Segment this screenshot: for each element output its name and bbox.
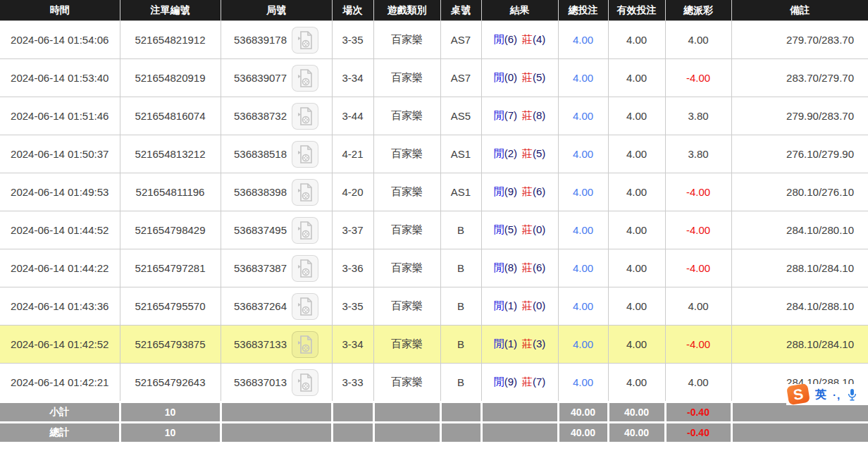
video-replay-button[interactable] bbox=[292, 65, 318, 92]
col-header-game-type: 遊戲類別 bbox=[373, 0, 440, 21]
bet-id-cell: 521654797281 bbox=[120, 249, 221, 287]
table-row[interactable]: 2024-06-14 01:50:37 521654813212 5368385… bbox=[0, 135, 868, 173]
subtotal-count: 10 bbox=[120, 402, 221, 423]
player-result-value: (1) bbox=[504, 338, 517, 349]
subtotal-label: 小計 bbox=[0, 402, 120, 423]
table-no-cell: B bbox=[440, 211, 481, 249]
player-result-label: 閒 bbox=[494, 147, 504, 159]
ime-language-toggle[interactable]: 英 bbox=[815, 388, 826, 402]
session-cell: 3-35 bbox=[332, 21, 373, 59]
bet-id-cell: 521654811196 bbox=[120, 173, 221, 211]
result-cell: 閒(0)莊(5) bbox=[481, 59, 558, 97]
player-result-value: (8) bbox=[504, 261, 517, 273]
table-row-highlighted[interactable]: 2024-06-14 01:42:52 521654793875 5368371… bbox=[0, 326, 868, 364]
table-no-cell: AS1 bbox=[440, 173, 481, 211]
video-replay-button[interactable] bbox=[292, 217, 318, 244]
banker-result-label: 莊 bbox=[522, 299, 533, 311]
col-header-total-bet: 總投注 bbox=[558, 0, 608, 21]
round-cell: 536837387 bbox=[221, 249, 332, 287]
player-result-label: 閒 bbox=[494, 185, 504, 197]
table-row[interactable]: 2024-06-14 01:49:53 521654811196 5368383… bbox=[0, 173, 868, 211]
player-result-value: (7) bbox=[504, 109, 517, 121]
total-label: 總計 bbox=[0, 423, 120, 443]
total-bet-cell: 4.00 bbox=[558, 326, 608, 364]
table-row[interactable]: 2024-06-14 01:54:06 521654821912 5368391… bbox=[0, 21, 868, 59]
col-header-payout: 總派彩 bbox=[665, 0, 731, 21]
video-file-icon bbox=[297, 373, 314, 392]
remark-cell: 284.10/288.10 bbox=[731, 287, 868, 326]
video-file-icon bbox=[297, 297, 314, 316]
table-row[interactable]: 2024-06-14 01:53:40 521654820919 5368390… bbox=[0, 59, 868, 97]
payout-cell: 4.00 bbox=[665, 287, 731, 326]
payout-cell: -4.00 bbox=[665, 173, 731, 211]
table-row[interactable]: 2024-06-14 01:44:52 521654798429 5368374… bbox=[0, 211, 868, 249]
video-replay-button[interactable] bbox=[292, 179, 318, 206]
player-result-value: (0) bbox=[504, 71, 517, 83]
round-id: 536837133 bbox=[234, 338, 287, 350]
col-header-bet-id: 注單編號 bbox=[120, 0, 221, 21]
banker-result-value: (0) bbox=[533, 223, 545, 235]
table-row[interactable]: 2024-06-14 01:43:36 521654795570 5368372… bbox=[0, 287, 868, 326]
valid-bet-cell: 4.00 bbox=[608, 21, 665, 59]
remark-cell: 280.10/276.10 bbox=[731, 173, 868, 211]
video-replay-button[interactable] bbox=[292, 141, 318, 168]
table-no-cell: B bbox=[440, 326, 481, 364]
video-replay-button[interactable] bbox=[292, 103, 318, 130]
table-row[interactable]: 2024-06-14 01:44:22 521654797281 5368373… bbox=[0, 249, 868, 287]
video-replay-button[interactable] bbox=[292, 293, 318, 320]
round-id: 536839077 bbox=[234, 72, 287, 84]
remark-cell: 284.10/280.10 bbox=[731, 211, 868, 249]
payout-cell: 3.80 bbox=[665, 135, 731, 173]
video-file-icon bbox=[297, 182, 314, 202]
banker-result-value: (6) bbox=[533, 185, 545, 197]
result-cell: 閒(2)莊(5) bbox=[481, 135, 558, 173]
round-id: 536838732 bbox=[234, 110, 287, 122]
col-header-table-no: 桌號 bbox=[440, 0, 481, 21]
video-replay-button[interactable] bbox=[292, 369, 318, 396]
subtotal-payout: -0.40 bbox=[665, 402, 731, 423]
col-header-valid-bet: 有效投注 bbox=[608, 0, 665, 21]
microphone-icon[interactable] bbox=[847, 388, 857, 402]
video-replay-button[interactable] bbox=[292, 27, 318, 54]
valid-bet-cell: 4.00 bbox=[608, 364, 665, 402]
valid-bet-cell: 4.00 bbox=[608, 287, 665, 326]
round-id: 536838398 bbox=[234, 186, 287, 198]
session-cell: 3-35 bbox=[332, 287, 373, 326]
player-result-label: 閒 bbox=[494, 223, 504, 235]
table-row[interactable]: 2024-06-14 01:51:46 521654816074 5368387… bbox=[0, 97, 868, 135]
time-cell: 2024-06-14 01:42:52 bbox=[0, 326, 120, 364]
result-cell: 閒(9)莊(6) bbox=[481, 173, 558, 211]
valid-bet-cell: 4.00 bbox=[608, 249, 665, 287]
round-id: 536837264 bbox=[234, 300, 287, 312]
table-no-cell: B bbox=[440, 249, 481, 287]
ime-punctuation-toggle[interactable]: ·, bbox=[833, 389, 841, 401]
ime-toolbar[interactable]: S 英 ·, bbox=[786, 384, 868, 405]
video-replay-button[interactable] bbox=[292, 255, 318, 282]
session-cell: 3-34 bbox=[332, 326, 373, 364]
valid-bet-cell: 4.00 bbox=[608, 135, 665, 173]
banker-result-value: (4) bbox=[533, 33, 545, 45]
video-replay-button[interactable] bbox=[292, 331, 318, 358]
player-result-label: 閒 bbox=[494, 299, 504, 311]
total-bet-cell: 4.00 bbox=[558, 135, 608, 173]
total-valid-bet: 40.00 bbox=[608, 423, 665, 443]
player-result-value: (1) bbox=[504, 299, 517, 311]
result-cell: 閒(5)莊(0) bbox=[481, 211, 558, 249]
session-cell: 3-37 bbox=[332, 211, 373, 249]
subtotal-row: 小計 10 40.00 40.00 -0.40 bbox=[0, 402, 868, 423]
game-type-cell: 百家樂 bbox=[373, 287, 440, 326]
video-file-icon bbox=[297, 144, 314, 164]
table-no-cell: B bbox=[440, 287, 481, 326]
col-header-time: 時間 bbox=[0, 0, 120, 21]
result-cell: 閒(8)莊(6) bbox=[481, 249, 558, 287]
result-cell: 閒(7)莊(8) bbox=[481, 97, 558, 135]
session-cell: 3-34 bbox=[332, 59, 373, 97]
round-cell: 536837495 bbox=[221, 211, 332, 249]
total-bet-cell: 4.00 bbox=[558, 173, 608, 211]
sogou-logo-icon[interactable]: S bbox=[786, 383, 810, 404]
video-file-icon bbox=[297, 106, 314, 126]
table-row[interactable]: 2024-06-14 01:42:21 521654792643 5368370… bbox=[0, 364, 868, 402]
banker-result-label: 莊 bbox=[522, 109, 533, 121]
payout-cell: 4.00 bbox=[665, 364, 731, 402]
remark-cell: 288.10/284.10 bbox=[731, 326, 868, 364]
